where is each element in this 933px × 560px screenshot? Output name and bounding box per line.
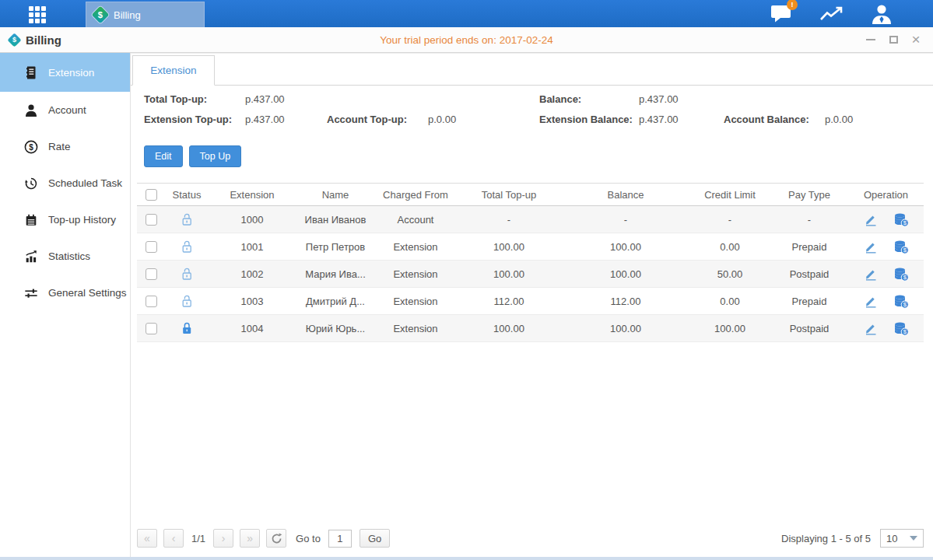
cell-charged-from: Extension <box>375 241 456 253</box>
refresh-button[interactable] <box>266 529 286 548</box>
account-topup-label: Account Top-up: <box>327 114 428 125</box>
sidebar-item-scheduled-task[interactable]: Scheduled Task <box>0 165 130 201</box>
cell-balance: - <box>562 214 689 226</box>
col-credit-limit[interactable]: Credit Limit <box>689 189 770 201</box>
extension-table: Status Extension Name Charged From Total… <box>137 183 924 342</box>
select-all-checkbox[interactable] <box>146 189 157 201</box>
top-up-button[interactable]: Top Up <box>189 145 242 167</box>
edit-row-icon[interactable] <box>864 321 878 335</box>
goto-page-input[interactable] <box>328 530 352 548</box>
first-page-button[interactable] <box>137 529 157 548</box>
table-body: 1000 Иван Иванов Account - - - - $ 1001 <box>137 206 924 342</box>
row-checkbox[interactable] <box>146 296 157 307</box>
user-icon[interactable] <box>871 4 893 24</box>
topup-row-icon[interactable]: $ <box>893 240 909 254</box>
cell-charged-from: Extension <box>375 268 456 280</box>
table-row[interactable]: 1001 Петр Петров Extension 100.00 100.00… <box>137 233 924 261</box>
chevron-down-icon <box>910 536 917 541</box>
topbar: $ Billing ! <box>0 0 933 27</box>
col-name[interactable]: Name <box>296 189 375 201</box>
account-balance-label: Account Balance: <box>724 114 825 125</box>
lock-open-icon[interactable] <box>181 294 193 308</box>
col-extension[interactable]: Extension <box>209 189 296 201</box>
sidebar-item-general-settings[interactable]: General Settings <box>0 275 130 311</box>
sidebar-item-statistics[interactable]: Statistics <box>0 238 130 275</box>
edit-button[interactable]: Edit <box>144 145 183 167</box>
last-page-button[interactable] <box>240 529 260 548</box>
edit-row-icon[interactable] <box>864 240 878 254</box>
col-pay-type[interactable]: Pay Type <box>770 189 848 201</box>
row-checkbox[interactable] <box>146 241 157 253</box>
page-indicator: 1/1 <box>191 533 205 544</box>
topup-row-icon[interactable]: $ <box>893 212 909 227</box>
cell-charged-from: Account <box>375 214 456 226</box>
cell-charged-from: Extension <box>375 323 456 334</box>
displaying-text: Displaying 1 - 5 of 5 <box>781 533 871 544</box>
cell-extension: 1001 <box>209 241 296 253</box>
topup-row-icon[interactable]: $ <box>893 267 909 282</box>
go-button[interactable]: Go <box>360 529 390 548</box>
col-operation[interactable]: Operation <box>848 189 924 201</box>
close-icon[interactable]: × <box>910 34 921 45</box>
table-row[interactable]: 1002 Мария Ива... Extension 100.00 100.0… <box>137 261 924 288</box>
table-row[interactable]: 1003 Дмитрий Д... Extension 112.00 112.0… <box>137 288 924 315</box>
sidebar-item-label: Extension <box>48 67 94 79</box>
tab-strip: Extension <box>131 53 933 86</box>
app-tab-label: Billing <box>114 9 141 21</box>
row-checkbox[interactable] <box>146 323 157 334</box>
line-chart-icon <box>819 5 843 23</box>
cell-extension: 1003 <box>209 296 296 307</box>
ledger-icon <box>24 65 38 80</box>
topup-row-icon[interactable]: $ <box>893 321 909 336</box>
extension-balance-value: p.437.00 <box>639 114 724 125</box>
row-checkbox[interactable] <box>146 214 157 226</box>
minimize-icon[interactable] <box>865 34 876 45</box>
cell-balance: 100.00 <box>562 268 689 280</box>
col-status[interactable]: Status <box>165 189 209 201</box>
page-size-value: 10 <box>886 533 897 544</box>
lock-open-icon[interactable] <box>181 240 193 254</box>
balance-value: p.437.00 <box>639 93 724 105</box>
col-balance[interactable]: Balance <box>562 189 689 201</box>
edit-row-icon[interactable] <box>864 267 878 281</box>
table-row[interactable]: 1004 Юрий Юрь... Extension 100.00 100.00… <box>137 315 924 342</box>
person-icon <box>871 4 893 24</box>
svg-text:$: $ <box>29 142 33 151</box>
sidebar-item-label: Rate <box>48 141 71 152</box>
sidebar-item-account[interactable]: Account <box>0 92 130 128</box>
sidebar-item-rate[interactable]: $ Rate <box>0 128 130 165</box>
col-total-topup[interactable]: Total Top-up <box>456 189 562 201</box>
lock-open-icon[interactable] <box>181 267 193 281</box>
cell-balance: 112.00 <box>562 296 689 307</box>
cell-name: Петр Петров <box>296 241 375 253</box>
edit-row-icon[interactable] <box>864 294 878 308</box>
messages-icon[interactable]: ! <box>770 5 791 23</box>
billing-app-tab[interactable]: $ Billing <box>86 2 205 27</box>
apps-grid-icon[interactable] <box>29 6 51 22</box>
person-icon <box>24 103 38 117</box>
cell-pay-type: Prepaid <box>770 296 848 307</box>
reports-icon[interactable] <box>819 5 843 23</box>
sidebar-item-label: Account <box>48 104 86 116</box>
cell-extension: 1004 <box>209 323 296 334</box>
next-page-button[interactable] <box>213 529 233 548</box>
page-size-select[interactable]: 10 <box>880 529 924 548</box>
maximize-icon[interactable] <box>888 34 899 45</box>
lock-closed-icon[interactable] <box>181 321 193 335</box>
total-topup-label: Total Top-up: <box>144 93 245 105</box>
table-row[interactable]: 1000 Иван Иванов Account - - - - $ <box>137 206 924 233</box>
cell-total-topup: 100.00 <box>456 323 562 334</box>
cell-balance: 100.00 <box>562 323 689 334</box>
row-checkbox[interactable] <box>146 268 157 280</box>
sidebar-item-extension[interactable]: Extension <box>0 53 130 92</box>
topup-row-icon[interactable]: $ <box>893 294 909 309</box>
lock-open-icon[interactable] <box>181 212 193 226</box>
edit-row-icon[interactable] <box>864 212 878 226</box>
col-charged-from[interactable]: Charged From <box>375 189 456 201</box>
prev-page-button[interactable] <box>163 529 184 548</box>
window-title: Billing <box>26 33 61 47</box>
cell-pay-type: Postpaid <box>770 323 848 334</box>
sidebar-item-topup-history[interactable]: Top-up History <box>0 201 130 238</box>
extension-balance-label: Extension Balance: <box>539 114 639 125</box>
tab-extension[interactable]: Extension <box>132 55 215 86</box>
